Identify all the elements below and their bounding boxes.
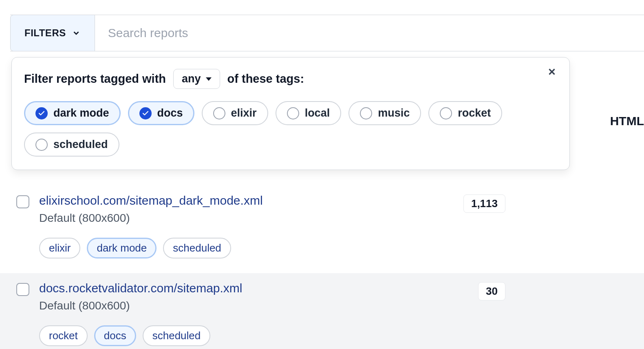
filter-row: Filter reports tagged with any of these … xyxy=(24,69,557,89)
chevron-down-icon xyxy=(72,29,81,38)
caret-down-icon xyxy=(206,76,212,82)
filters-button[interactable]: FILTERS xyxy=(10,15,95,51)
circle-icon xyxy=(35,139,48,151)
tag-label: elixir xyxy=(231,107,257,119)
close-button[interactable] xyxy=(547,66,557,78)
report-tags: elixirdark modescheduled xyxy=(39,238,454,258)
report-item: docs.rocketvalidator.com/sitemap.xmlDefa… xyxy=(0,273,644,349)
filter-mode-select[interactable]: any xyxy=(173,69,220,89)
report-tags: rocketdocsscheduled xyxy=(39,325,468,346)
check-icon xyxy=(139,107,152,119)
circle-icon xyxy=(287,107,299,119)
tag-label: docs xyxy=(157,107,183,119)
report-tag[interactable]: dark mode xyxy=(87,238,157,258)
tag-label: dark mode xyxy=(53,107,109,119)
search-input[interactable] xyxy=(95,15,644,51)
filter-suffix: of these tags: xyxy=(227,72,304,86)
report-tag[interactable]: scheduled xyxy=(163,238,231,258)
close-icon xyxy=(547,66,557,77)
tag-label: music xyxy=(378,107,410,119)
report-item: elixirschool.com/sitemap_dark_mode.xmlDe… xyxy=(0,186,644,273)
report-tag[interactable]: scheduled xyxy=(143,325,211,346)
circle-icon xyxy=(213,107,225,119)
report-link[interactable]: elixirschool.com/sitemap_dark_mode.xml xyxy=(39,194,263,207)
top-bar: FILTERS xyxy=(10,15,644,51)
report-count: 30 xyxy=(478,282,505,300)
filter-prefix: Filter reports tagged with xyxy=(24,72,166,86)
report-subtitle: Default (800x600) xyxy=(39,299,468,312)
report-tag[interactable]: rocket xyxy=(39,325,88,346)
filter-tag-chip[interactable]: rocket xyxy=(428,101,502,125)
tag-label: scheduled xyxy=(53,138,108,151)
report-checkbox[interactable] xyxy=(16,195,29,208)
filters-label: FILTERS xyxy=(24,27,66,39)
check-icon xyxy=(35,107,48,119)
filter-tag-chip[interactable]: music xyxy=(348,101,421,125)
filter-tag-chip[interactable]: local xyxy=(276,101,342,125)
report-count: 1,113 xyxy=(463,194,505,213)
circle-icon xyxy=(360,107,372,119)
report-body: docs.rocketvalidator.com/sitemap.xmlDefa… xyxy=(39,281,468,346)
filter-tag-chip[interactable]: docs xyxy=(128,101,194,125)
filter-mode-value: any xyxy=(182,73,201,85)
filter-panel: Filter reports tagged with any of these … xyxy=(11,57,570,170)
report-list: elixirschool.com/sitemap_dark_mode.xmlDe… xyxy=(0,186,644,349)
html-column-label: HTML xyxy=(610,114,644,128)
report-tag[interactable]: elixir xyxy=(39,238,80,258)
circle-icon xyxy=(440,107,452,119)
tag-label: local xyxy=(305,107,330,119)
tag-label: rocket xyxy=(458,107,491,119)
report-body: elixirschool.com/sitemap_dark_mode.xmlDe… xyxy=(39,194,454,258)
report-subtitle: Default (800x600) xyxy=(39,212,454,225)
tag-row: dark modedocselixirlocalmusicrocketsched… xyxy=(24,101,557,157)
report-tag[interactable]: docs xyxy=(94,325,136,346)
filter-tag-chip[interactable]: elixir xyxy=(202,101,268,125)
filter-tag-chip[interactable]: dark mode xyxy=(24,101,121,125)
report-link[interactable]: docs.rocketvalidator.com/sitemap.xml xyxy=(39,281,243,295)
report-checkbox[interactable] xyxy=(16,283,29,296)
filter-tag-chip[interactable]: scheduled xyxy=(24,133,119,157)
